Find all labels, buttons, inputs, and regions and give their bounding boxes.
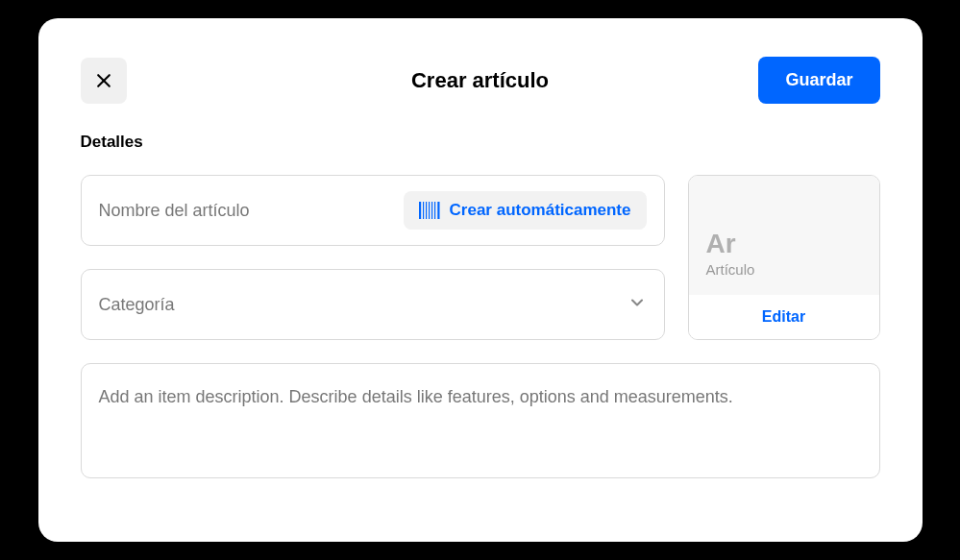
- svg-rect-8: [437, 202, 439, 219]
- close-button[interactable]: [81, 58, 127, 104]
- modal-card: Crear artículo Guardar Detalles Nombre d…: [38, 18, 923, 542]
- svg-rect-6: [431, 202, 432, 219]
- close-icon: [94, 71, 113, 90]
- svg-rect-2: [419, 202, 421, 219]
- image-caption: Artículo: [706, 261, 862, 278]
- details-section-label: Detalles: [81, 133, 880, 152]
- image-card: Ar Artículo Editar: [688, 175, 880, 340]
- image-abbr: Ar: [706, 231, 862, 257]
- item-name-placeholder: Nombre del artículo: [99, 201, 404, 221]
- auto-create-label: Crear automáticamente: [450, 201, 631, 220]
- save-button[interactable]: Guardar: [758, 57, 879, 104]
- details-left-column: Nombre del artículo Crear au: [81, 175, 665, 340]
- svg-rect-7: [434, 202, 435, 219]
- modal-header: Crear artículo Guardar: [81, 57, 880, 104]
- description-field[interactable]: Add an item description. Describe detail…: [81, 363, 880, 478]
- svg-rect-5: [429, 202, 430, 219]
- image-preview: Ar Artículo: [689, 176, 879, 295]
- modal-title: Crear artículo: [411, 68, 549, 93]
- svg-rect-3: [423, 202, 424, 219]
- details-row: Nombre del artículo Crear au: [81, 175, 880, 340]
- chevron-down-icon: [628, 293, 647, 316]
- category-label: Categoría: [99, 295, 628, 315]
- auto-create-button[interactable]: Crear automáticamente: [404, 191, 647, 230]
- barcode-icon: [419, 202, 440, 219]
- category-select[interactable]: Categoría: [81, 269, 665, 340]
- edit-image-button[interactable]: Editar: [689, 295, 879, 339]
- svg-rect-4: [426, 202, 427, 219]
- description-placeholder: Add an item description. Describe detail…: [99, 385, 862, 409]
- item-name-field[interactable]: Nombre del artículo Crear au: [81, 175, 665, 246]
